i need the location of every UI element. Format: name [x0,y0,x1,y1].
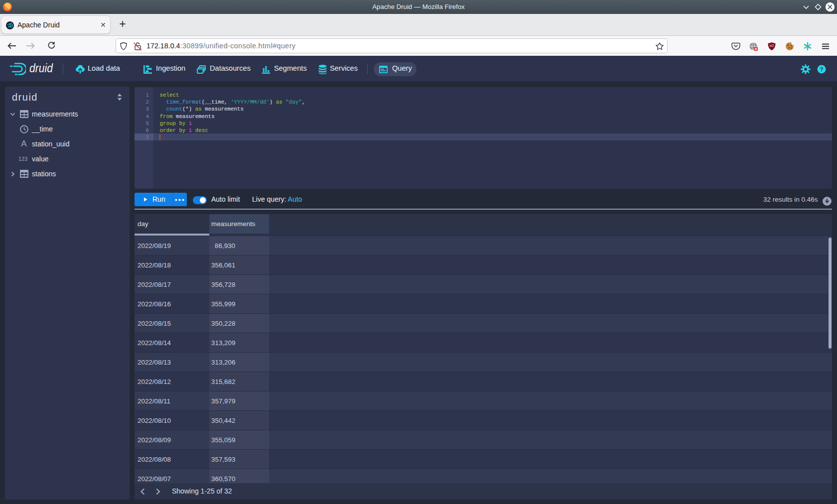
svg-text:?: ? [820,66,824,72]
svg-text:uO: uO [770,44,774,47]
